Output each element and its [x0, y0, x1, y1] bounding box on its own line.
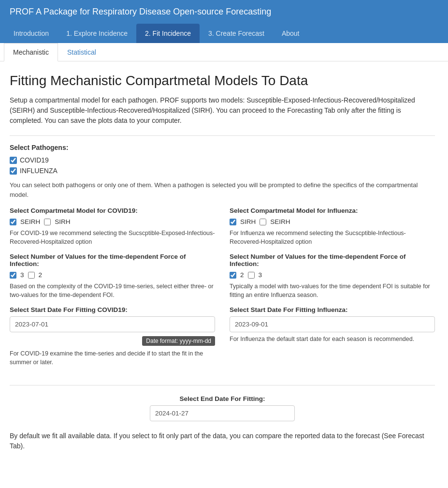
app-title: PROF A Package for Respiratory Disease O…: [10, 7, 271, 16]
end-date-section: Select End Date For Fitting:: [10, 395, 435, 421]
influenza-column: Select Compartmetal Model for Influenza:…: [230, 207, 435, 373]
end-date-label: Select End Date For Fitting:: [10, 395, 435, 402]
nav-item-explore[interactable]: 1. Explore Incidence: [58, 24, 136, 43]
select-pathogens-section: Select Pathogens: COVID19 INFLUENZA You …: [10, 144, 435, 199]
page-title: Fitting Mechanistic Compartmetal Models …: [10, 73, 435, 89]
foi2-label: 2: [39, 271, 43, 279]
sirh-covid-label: SIRH: [55, 218, 70, 225]
two-col-section: Select Compartmetal Model for COVID19: S…: [10, 207, 435, 373]
covid-model-note: For COVID-19 we recommend selecting the …: [10, 229, 215, 246]
nav-item-fit[interactable]: 2. Fit Incidence: [136, 24, 200, 43]
footer-note: By default we fit all available data. If…: [10, 431, 435, 451]
covid-model-label: Select Compartmetal Model for COVID19:: [10, 207, 215, 214]
sirh-flu-label: SIRH: [240, 218, 256, 225]
tab-mechanistic[interactable]: Mechanistic: [4, 43, 58, 61]
covid-date-note: For COVID-19 examine the time-series and…: [10, 350, 215, 367]
covid-foi-options: 3 2: [10, 271, 215, 279]
foi2-checkbox[interactable]: [28, 272, 35, 279]
flu-date-label: Select Start Date For Fitting Influenza:: [230, 306, 435, 313]
pathogen-influenza-row: INFLUENZA: [10, 167, 435, 175]
covid-date-input[interactable]: [10, 316, 215, 332]
nav-item-about[interactable]: About: [273, 24, 308, 43]
flu-model-label: Select Compartmetal Model for Influenza:: [230, 207, 435, 214]
seirh-label: SEIRH: [20, 218, 40, 225]
seirh-checkbox[interactable]: [10, 219, 16, 225]
tab-row: Mechanistic Statistical: [0, 43, 448, 61]
covid-date-label: Select Start Date For Fitting COVID19:: [10, 306, 215, 313]
covid19-label: COVID19: [20, 156, 49, 164]
influenza-checkbox[interactable]: [10, 167, 17, 175]
divider-1: [10, 135, 435, 136]
covid19-checkbox[interactable]: [10, 157, 17, 164]
end-date-input[interactable]: [150, 405, 295, 421]
end-date-input-wrap: [150, 405, 295, 421]
flu-model-note: For Influenza we recommend selecting the…: [230, 229, 435, 246]
foi3-label: 3: [20, 271, 24, 279]
flu-date-input[interactable]: [230, 316, 435, 332]
pathogen-note: You can select both pathogens or only on…: [10, 180, 435, 199]
covid-model-options: SEIRH SIRH: [10, 218, 215, 225]
main-content: Fitting Mechanistic Compartmetal Models …: [0, 61, 445, 463]
covid-date-tooltip: Date format: yyyy-mm-dd: [142, 336, 215, 346]
influenza-label: INFLUENZA: [20, 167, 58, 175]
tab-statistical[interactable]: Statistical: [58, 43, 105, 61]
covid-column: Select Compartmetal Model for COVID19: S…: [10, 207, 215, 373]
nav-item-forecast[interactable]: 3. Create Forecast: [200, 24, 273, 43]
covid-foi-note: Based on the complexity of the COVID-19 …: [10, 282, 215, 299]
pathogens-label: Select Pathogens:: [10, 144, 435, 151]
foi2-flu-checkbox[interactable]: [230, 272, 236, 279]
foi3-checkbox[interactable]: [10, 272, 16, 279]
seirh-flu-checkbox[interactable]: [260, 219, 266, 225]
pathogen-covid-row: COVID19: [10, 156, 435, 164]
covid-date-wrap: Date format: yyyy-mm-dd: [10, 316, 215, 332]
flu-model-options: SIRH SEIRH: [230, 218, 435, 225]
nav-bar: Introduction 1. Explore Incidence 2. Fit…: [0, 24, 448, 43]
covid-foi-label: Select Number of Values for the time-dep…: [10, 253, 215, 267]
foi3-flu-label: 3: [259, 271, 262, 279]
app-header: PROF A Package for Respiratory Disease O…: [0, 0, 448, 24]
flu-foi-label: Select Number of Values for the time-dep…: [230, 253, 435, 267]
sirh-covid-checkbox[interactable]: [44, 219, 51, 225]
foi2-flu-label: 2: [240, 271, 244, 279]
flu-foi-note: Typically a model with two-values for th…: [230, 282, 435, 299]
flu-date-wrap: [230, 316, 435, 332]
sirh-flu-checkbox[interactable]: [230, 219, 236, 225]
section-divider: [10, 385, 435, 385]
flu-foi-options: 2 3: [230, 271, 435, 279]
foi3-flu-checkbox[interactable]: [248, 272, 255, 279]
nav-item-introduction[interactable]: Introduction: [5, 24, 58, 43]
page-description: Setup a compartmental model for each pat…: [10, 95, 435, 126]
flu-date-note: For Influenza the default start date for…: [230, 335, 435, 344]
seirh-flu-label: SEIRH: [270, 218, 290, 225]
